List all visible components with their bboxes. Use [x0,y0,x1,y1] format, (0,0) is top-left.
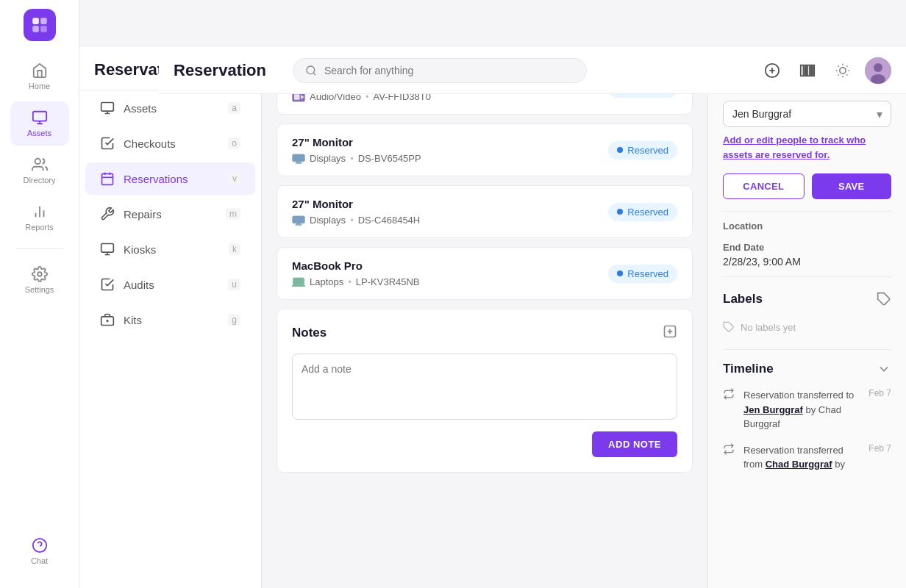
app-logo[interactable] [24,9,56,41]
secondary-nav-audits[interactable]: Audits u [85,268,255,301]
labels-icon[interactable] [877,292,891,306]
sidebar-bottom: Chat [0,529,79,579]
asset-meta-3: Laptops • LP-KV3R45NB [292,276,420,287]
sidebar-item-home[interactable]: Home [10,54,69,98]
cancel-button[interactable]: CANCEL [723,173,805,199]
rp-divider-1 [723,211,891,212]
sidebar: Home Assets Directory Reports [0,0,79,588]
svg-point-12 [307,66,315,74]
asset-card-1[interactable]: 27" Monitor Displays • DS-BV6545PP Reser… [277,123,693,176]
secondary-nav-kiosks[interactable]: Kiosks k [85,233,255,265]
asset-category-2: Displays [310,215,346,226]
page-title: Reservation [174,61,266,80]
search-input[interactable] [324,65,574,76]
assets-shortcut: a [228,102,240,114]
secondary-nav-audits-label: Audits [124,279,154,291]
timeline-person-link-0[interactable]: Jen Burggraf [743,404,803,415]
checkouts-shortcut: o [228,137,240,149]
save-button[interactable]: SAVE [812,173,892,199]
end-date: 2/28/23, 9:00 AM [723,256,891,268]
sidebar-item-chat-label: Chat [31,556,48,565]
secondary-nav-assets[interactable]: Assets a [85,92,255,124]
svg-rect-34 [101,103,114,112]
notes-textarea[interactable] [292,354,677,420]
asset-card-2[interactable]: 27" Monitor Displays • DS-C468454H Reser… [277,185,693,238]
secondary-nav-repairs[interactable]: Repairs m [85,198,255,230]
asset-meta-1: Displays • DS-BV6545PP [292,153,421,164]
secondary-nav-assets-label: Assets [124,102,157,115]
audits-shortcut: u [228,279,240,290]
svg-rect-48 [293,154,305,162]
svg-rect-2 [32,26,39,32]
svg-line-30 [846,65,847,66]
sidebar-item-assets[interactable]: Assets [10,101,69,146]
svg-rect-52 [296,223,301,224]
secondary-nav-reservations[interactable]: Reservations v [85,162,255,195]
sidebar-item-assets-label: Assets [27,129,51,137]
asset-name-3: MacBook Pro [292,259,420,272]
timeline-section: Timeline Reservation transferred to Jen … [723,362,891,472]
secondary-nav-checkouts[interactable]: Checkouts o [85,127,255,159]
add-button[interactable] [759,57,785,84]
svg-line-26 [846,74,847,75]
timeline-item-0: Reservation transferred to Jen Burggraf … [723,388,891,431]
svg-rect-1 [40,18,47,24]
asset-tag-1: DS-BV6545PP [358,153,421,164]
notes-header: Notes [292,324,677,342]
sidebar-item-reports[interactable]: Reports [10,196,69,240]
timeline-chevron-icon [877,362,891,376]
svg-rect-54 [293,278,304,285]
sidebar-item-reports-label: Reports [25,223,54,232]
timeline-date-1: Feb 7 [868,443,891,453]
timeline-transfer-icon-1 [723,443,735,455]
sidebar-divider [15,248,63,249]
asset-info-1: 27" Monitor Displays • DS-BV6545PP [292,136,421,164]
sidebar-item-settings-label: Settings [25,285,54,294]
add-note-button[interactable]: ADD NOTE [592,431,677,457]
asset-tag-2: DS-C468454H [358,215,421,226]
timeline-title: Timeline [723,362,774,376]
svg-rect-17 [801,65,804,76]
svg-point-22 [840,67,846,73]
sidebar-item-home-label: Home [29,82,50,90]
svg-point-9 [38,272,42,276]
asset-category-3: Laptops [310,276,343,287]
asset-meta-2: Displays • DS-C468454H [292,215,420,226]
timeline-text-0: Reservation transferred to Jen Burggraf … [743,388,860,431]
no-labels: No labels yet [723,314,891,340]
reserved-badge-2: Reserved [608,203,677,221]
search-bar[interactable] [293,58,587,83]
svg-point-5 [35,159,40,164]
notes-add-icon[interactable] [663,324,677,342]
labels-section-title: Labels [723,292,891,306]
kiosks-shortcut: k [229,243,240,255]
sidebar-item-chat[interactable]: Chat [10,529,69,573]
add-people-link[interactable]: Add or edit people [723,135,807,146]
asset-name-2: 27" Monitor [292,198,420,210]
reserved-badge-3: Reserved [608,265,677,283]
timeline-header[interactable]: Timeline [723,362,891,376]
secondary-nav-kits[interactable]: Kits g [85,304,255,336]
reserved-badge-1: Reserved [608,141,677,159]
kits-shortcut: g [228,314,240,326]
svg-rect-53 [296,224,302,226]
theme-button[interactable] [830,57,856,84]
asset-category-1: Displays [310,153,346,164]
secondary-nav-reservations-label: Reservations [124,173,188,185]
svg-rect-4 [32,112,46,121]
barcode-button[interactable] [794,57,821,84]
reserved-text-1: Reserved [627,145,668,156]
svg-rect-55 [292,284,305,286]
timeline-person-link-1[interactable]: Chad Burggraf [766,459,832,470]
svg-line-13 [313,73,315,75]
location-label: Location [723,220,891,232]
svg-rect-19 [807,65,810,76]
reserved-text-3: Reserved [627,268,668,279]
sidebar-item-settings[interactable]: Settings [10,258,69,302]
avatar[interactable] [865,57,891,84]
sidebar-item-directory-label: Directory [23,176,55,184]
person-select[interactable]: Jen Burggraf Chad Burggraf [723,101,891,127]
svg-rect-21 [813,65,814,76]
asset-card-3[interactable]: MacBook Pro Laptops • LP-KV3R45NB Reserv… [277,247,693,300]
sidebar-item-directory[interactable]: Directory [10,148,69,193]
